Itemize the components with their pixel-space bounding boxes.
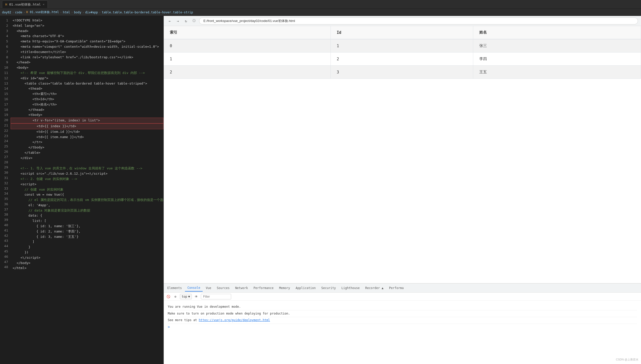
code-editor: 1234567891011121314151617181920212223242… [0, 16, 164, 364]
vue-table-area: 索引 Id 姓名 01张三12李四23王五 [164, 26, 641, 283]
address-bar: ← → ↻ ⓘ [164, 16, 641, 26]
devtools-tab-console[interactable]: Console [185, 284, 203, 292]
cell-name: 李四 [473, 53, 641, 66]
devtools-toolbar: 🚫 ⚙ top ▼ 👁 [164, 293, 641, 301]
devtools-tab-lighthouse[interactable]: Lighthouse [339, 284, 362, 292]
tab-close-button[interactable]: × [43, 3, 44, 6]
address-input[interactable] [199, 17, 638, 24]
devtools-tab-recorder-▲[interactable]: Recorder ▲ [363, 284, 386, 292]
cell-name: 张三 [473, 39, 641, 53]
console-message-1: You are running Vue in development mode. [168, 304, 637, 310]
devtools-eye-btn[interactable]: 👁 [194, 294, 199, 299]
tab-title: 01.vue初体验.html [9, 2, 41, 7]
breadcrumb-sep-6: › [99, 11, 101, 14]
devtools-clear-btn[interactable]: 🚫 [166, 294, 171, 299]
breadcrumb-body[interactable]: body [74, 11, 81, 14]
console-link[interactable]: https://vuejs.org/guide/deployment.html [199, 318, 270, 322]
devtools-tab-network[interactable]: Network [233, 284, 251, 292]
cell-name: 王五 [473, 66, 641, 79]
code-lines[interactable]: <!DOCTYPE html><html lang="en"> <head> <… [11, 16, 163, 364]
devtools-tab-performance[interactable]: Performance [251, 284, 276, 292]
cell-index: 1 [164, 53, 330, 66]
console-output: You are running Vue in development mode.… [164, 301, 641, 364]
browser-content: 索引 Id 姓名 01张三12李四23王五 ElementsConsoleVue… [164, 26, 641, 364]
browser-panel: ← → ↻ ⓘ 索引 Id 姓名 01张三12李 [164, 16, 641, 364]
cell-index: 0 [164, 39, 330, 53]
breadcrumb-sep-4: › [71, 11, 73, 14]
top-selector[interactable]: top ▼ [180, 294, 192, 299]
breadcrumb-day02[interactable]: day02 [2, 11, 11, 14]
col-header-name: 姓名 [473, 26, 641, 39]
cell-index: 2 [164, 66, 330, 79]
top-chevron-icon: ▼ [188, 295, 190, 298]
devtools-settings-btn[interactable]: ⚙ [173, 294, 178, 299]
breadcrumb-sep-5: › [82, 11, 84, 14]
devtools-tab-application[interactable]: Application [293, 284, 318, 292]
console-message-3: See more tips at https://vuejs.org/guide… [168, 317, 637, 324]
forward-button[interactable]: → [175, 18, 181, 24]
devtools-tab-memory[interactable]: Memory [277, 284, 293, 292]
console-prompt: > [168, 324, 637, 330]
devtools-tab-elements[interactable]: Elements [165, 284, 184, 292]
breadcrumb: day02 › code › H 01.vue初体验.html › html ›… [0, 9, 641, 16]
console-message-2: Make sure to turn on production mode whe… [168, 310, 637, 317]
cell-id: 1 [330, 39, 473, 53]
top-label: top [182, 295, 187, 298]
table-row: 23王五 [164, 66, 641, 79]
data-table: 索引 Id 姓名 01张三12李四23王五 [164, 26, 641, 79]
devtools-tabs: ElementsConsoleVueSourcesNetworkPerforma… [164, 283, 641, 293]
breadcrumb-sep-3: › [60, 11, 62, 14]
main-area: 1234567891011121314151617181920212223242… [0, 16, 641, 364]
devtools-tab-performa[interactable]: Performa [387, 284, 406, 292]
cell-id: 3 [330, 66, 473, 79]
breadcrumb-sep-2: › [23, 11, 25, 14]
filter-input[interactable] [201, 294, 231, 299]
line-numbers: 1234567891011121314151617181920212223242… [0, 16, 11, 364]
breadcrumb-code[interactable]: code [15, 11, 22, 14]
table-row: 12李四 [164, 53, 641, 66]
cell-id: 2 [330, 53, 473, 66]
refresh-button[interactable]: ↻ [183, 18, 189, 24]
back-button[interactable]: ← [167, 18, 173, 24]
breadcrumb-table[interactable]: table.table.table-bordered.table-hover.t… [102, 11, 193, 14]
devtools-tab-sources[interactable]: Sources [214, 284, 232, 292]
devtools-tab-vue[interactable]: Vue [203, 284, 214, 292]
tab-bar: H 01.vue初体验.html × [0, 0, 641, 9]
editor-tab[interactable]: H 01.vue初体验.html × [2, 1, 48, 8]
code-content: 1234567891011121314151617181920212223242… [0, 16, 163, 364]
watermark: CSDN @上善若水 [616, 358, 638, 361]
breadcrumb-div-app[interactable]: div#app [85, 11, 98, 14]
breadcrumb-sep-1: › [12, 11, 14, 14]
table-row: 01张三 [164, 39, 641, 53]
col-header-id: Id [330, 26, 473, 39]
breadcrumb-html-file[interactable]: H 01.vue初体验.html [26, 10, 59, 14]
col-header-index: 索引 [164, 26, 330, 39]
info-button[interactable]: ⓘ [191, 18, 197, 24]
devtools-tab-security[interactable]: Security [319, 284, 339, 292]
devtools: ElementsConsoleVueSourcesNetworkPerforma… [164, 283, 641, 364]
breadcrumb-html[interactable]: html [63, 11, 70, 14]
html-file-icon: H [5, 3, 7, 6]
